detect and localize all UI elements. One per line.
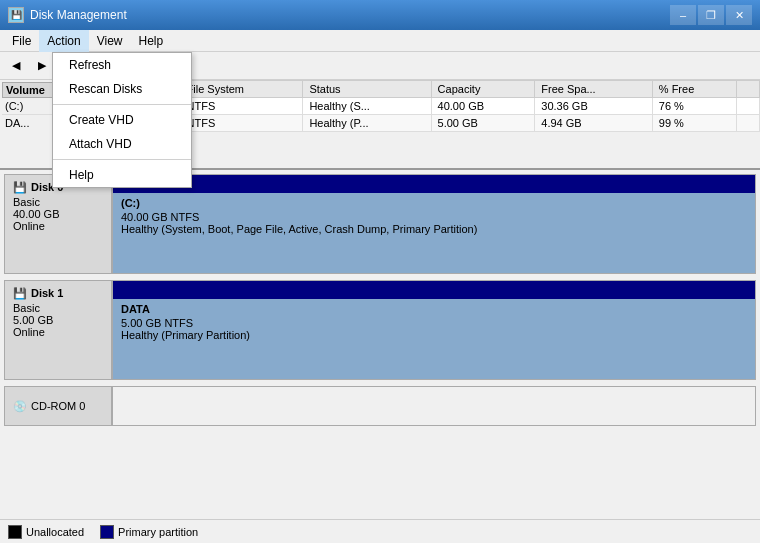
disk-0-partition-status: Healthy (System, Boot, Page File, Active… [121,223,747,235]
cdrom-row: 💿 CD-ROM 0 [4,386,756,426]
disk-1-content[interactable]: DATA 5.00 GB NTFS Healthy (Primary Parti… [113,299,755,379]
disk-1-label: 💾Disk 1 Basic 5.00 GB Online [4,280,112,380]
col-capacity: Capacity [431,81,535,98]
disk-1-type: Basic [13,302,103,314]
disk-0-size: 40.00 GB [13,208,103,220]
disk-1-name: 💾Disk 1 [13,287,103,300]
dropdown-rescan[interactable]: Rescan Disks [53,77,191,101]
title-bar: 💾 Disk Management – ❐ ✕ [0,0,760,30]
disk-scroll-content[interactable]: 💾Disk 0 Basic 40.00 GB Online (C:) 40.00… [0,170,760,519]
table-row[interactable]: BasicNTFSHealthy (S...40.00 GB30.36 GB76… [111,98,760,115]
action-dropdown: Refresh Rescan Disks Create VHD Attach V… [52,52,192,188]
dropdown-separator-1 [53,104,191,105]
disk-0-content[interactable]: (C:) 40.00 GB NTFS Healthy (System, Boot… [113,193,755,273]
legend-primary: Primary partition [100,525,198,539]
cell-free_space: 30.36 GB [535,98,653,115]
disk-0-label: 💾Disk 0 Basic 40.00 GB Online [4,174,112,274]
disk-0-row: 💾Disk 0 Basic 40.00 GB Online (C:) 40.00… [4,174,756,274]
cell-extra [737,115,760,132]
col-freespace: Free Spa... [535,81,653,98]
cell-percent_free: 76 % [652,98,736,115]
disk-0-header-bar [113,175,755,193]
dropdown-refresh[interactable]: Refresh [53,53,191,77]
disk-1-size: 5.00 GB [13,314,103,326]
col-status: Status [303,81,431,98]
col-filesystem: File System [180,81,303,98]
menu-view[interactable]: View [89,30,131,52]
restore-button[interactable]: ❐ [698,5,724,25]
disk-1-partitions: DATA 5.00 GB NTFS Healthy (Primary Parti… [112,280,756,380]
cell-extra [737,98,760,115]
col-percentfree: % Free [652,81,736,98]
cell-capacity: 40.00 GB [431,98,535,115]
disk-1-partition-name: DATA [121,303,747,315]
legend-unallocated: Unallocated [8,525,84,539]
disk-1-row: 💾Disk 1 Basic 5.00 GB Online DATA 5.00 G… [4,280,756,380]
minimize-button[interactable]: – [670,5,696,25]
app-icon: 💾 [8,7,24,23]
disk-table: Type File System Status Capacity Free Sp… [110,80,760,132]
menu-file[interactable]: File [4,30,39,52]
cell-file_system: NTFS [180,98,303,115]
disk-1-partition-status: Healthy (Primary Partition) [121,329,747,341]
disk-0-type: Basic [13,196,103,208]
disk-1-status: Online [13,326,103,338]
disk-0-status: Online [13,220,103,232]
back-button[interactable]: ◀ [4,55,28,77]
disk-0-partition-detail: 40.00 GB NTFS [121,211,747,223]
title-buttons[interactable]: – ❐ ✕ [670,5,752,25]
primary-swatch [100,525,114,539]
dropdown-attach-vhd[interactable]: Attach VHD [53,132,191,156]
cdrom-content [112,386,756,426]
cell-status: Healthy (S... [303,98,431,115]
cdrom-label: 💿 CD-ROM 0 [4,386,112,426]
disk-0-partition-name: (C:) [121,197,747,209]
unallocated-swatch [8,525,22,539]
primary-label: Primary partition [118,526,198,538]
cell-status: Healthy (P... [303,115,431,132]
disk-scroll-wrapper: 💾Disk 0 Basic 40.00 GB Online (C:) 40.00… [0,170,760,519]
dropdown-create-vhd[interactable]: Create VHD [53,108,191,132]
menu-bar: File Action View Help Refresh Rescan Dis… [0,30,760,52]
unallocated-label: Unallocated [26,526,84,538]
table-right-area: Type File System Status Capacity Free Sp… [110,80,760,168]
cdrom-name: CD-ROM 0 [31,400,85,412]
menu-help[interactable]: Help [131,30,172,52]
disk-0-partitions: (C:) 40.00 GB NTFS Healthy (System, Boot… [112,174,756,274]
dropdown-separator-2 [53,159,191,160]
legend-bar: Unallocated Primary partition [0,519,760,543]
menu-action[interactable]: Action [39,30,88,52]
disk-1-partition-detail: 5.00 GB NTFS [121,317,747,329]
disk-1-header-bar [113,281,755,299]
title-bar-left: 💾 Disk Management [8,7,127,23]
window-title: Disk Management [30,8,127,22]
cell-capacity: 5.00 GB [431,115,535,132]
cell-percent_free: 99 % [652,115,736,132]
cdrom-icon: 💿 [13,400,27,413]
cell-file_system: NTFS [180,115,303,132]
dropdown-help[interactable]: Help [53,163,191,187]
close-button[interactable]: ✕ [726,5,752,25]
col-extra [737,81,760,98]
table-row[interactable]: BasicNTFSHealthy (P...5.00 GB4.94 GB99 % [111,115,760,132]
cell-free_space: 4.94 GB [535,115,653,132]
forward-button[interactable]: ▶ [30,55,54,77]
